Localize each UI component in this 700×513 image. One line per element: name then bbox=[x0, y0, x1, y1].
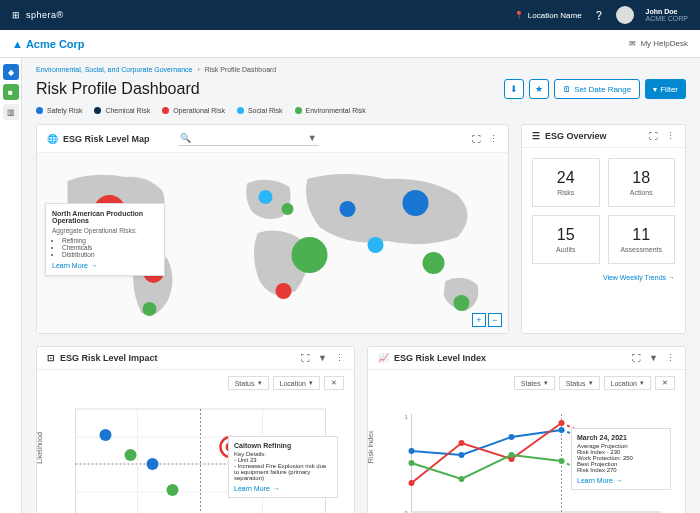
brand-logo: sphera® bbox=[26, 10, 64, 20]
index-popup: March 24, 2021 Average ProjectionRisk In… bbox=[571, 428, 671, 490]
legend-item: Social Risk bbox=[237, 107, 283, 114]
breadcrumb: Environmental, Social, and Corporate Gov… bbox=[36, 66, 686, 73]
sub-bar: ▲ Acme Corp ✉ My HelpDesk bbox=[0, 30, 700, 58]
page-title: Risk Profile Dashboard bbox=[36, 80, 200, 98]
funnel-icon: ▾ bbox=[653, 85, 657, 94]
pin-icon: 📍 bbox=[514, 11, 524, 20]
favorite-button[interactable]: ★ bbox=[529, 79, 549, 99]
map-search[interactable]: 🔍 ▼ bbox=[178, 131, 319, 146]
app-menu-icon[interactable]: ⊞ bbox=[12, 10, 20, 20]
impact-ylabel: Likelihood bbox=[36, 432, 43, 464]
index-states-filter[interactable]: States ▾ bbox=[514, 376, 555, 390]
svg-point-28 bbox=[559, 420, 565, 426]
list-icon: ☰ bbox=[532, 131, 540, 141]
impact-status-filter[interactable]: Status ▾ bbox=[228, 376, 269, 390]
mail-icon: ✉ bbox=[629, 39, 636, 48]
svg-point-11 bbox=[167, 484, 179, 496]
nav-item-3[interactable]: ▥ bbox=[3, 104, 19, 120]
map-dot-eu-env[interactable] bbox=[282, 203, 294, 215]
tenant-brand: ▲ Acme Corp bbox=[12, 38, 85, 50]
legend: Safety RiskChemical RiskOperational Risk… bbox=[36, 107, 686, 114]
scatter-icon: ⊡ bbox=[47, 353, 55, 363]
breadcrumb-current: Risk Profile Dashboard bbox=[205, 66, 277, 73]
search-filter-icon[interactable]: ▼ bbox=[308, 133, 317, 143]
svg-point-8 bbox=[100, 429, 112, 441]
line-chart-icon: 📈 bbox=[378, 353, 389, 363]
calendar-icon: 🗓 bbox=[563, 85, 571, 94]
location-picker[interactable]: 📍 Location Name bbox=[514, 11, 582, 20]
svg-point-26 bbox=[459, 440, 465, 446]
svg-point-9 bbox=[147, 458, 159, 470]
svg-point-31 bbox=[409, 460, 415, 466]
view-trends-link[interactable]: View Weekly Trends → bbox=[532, 274, 675, 281]
legend-item: Chemical Risk bbox=[94, 107, 150, 114]
svg-point-25 bbox=[409, 480, 415, 486]
map-dot-in-social[interactable] bbox=[368, 237, 384, 253]
svg-point-20 bbox=[459, 452, 465, 458]
index-location-filter[interactable]: Location ▾ bbox=[604, 376, 651, 390]
user-info[interactable]: John Doe ACME CORP bbox=[646, 8, 688, 22]
more-icon[interactable]: ⋮ bbox=[335, 353, 344, 363]
filter-button[interactable]: ▾ Filter bbox=[645, 79, 686, 99]
impact-card: ⊡ESG Risk Level Impact ⛶ ▼ ⋮ Status ▾ Lo… bbox=[36, 346, 355, 513]
zoom-out-button[interactable]: − bbox=[488, 313, 502, 327]
map-learn-more[interactable]: Learn More→ bbox=[52, 262, 158, 269]
legend-item: Safety Risk bbox=[36, 107, 82, 114]
index-status-filter[interactable]: Status ▾ bbox=[559, 376, 600, 390]
index-card: 📈ESG Risk Level Index ⛶ ▼ ⋮ States ▾ Sta… bbox=[367, 346, 686, 513]
expand-icon[interactable]: ⛶ bbox=[472, 134, 481, 144]
svg-point-34 bbox=[559, 458, 565, 464]
index-clear-filter[interactable]: ✕ bbox=[655, 376, 675, 390]
impact-popup: Caltown Refining Key Details: - Unit 23-… bbox=[228, 436, 338, 498]
impact-clear-filter[interactable]: ✕ bbox=[324, 376, 344, 390]
expand-icon[interactable]: ⛶ bbox=[649, 131, 658, 141]
svg-point-22 bbox=[559, 427, 565, 433]
index-learn-more[interactable]: Learn More→ bbox=[577, 477, 665, 484]
stat-box[interactable]: 18Actions bbox=[608, 158, 676, 207]
date-range-button[interactable]: 🗓 Set Date Range bbox=[554, 79, 640, 99]
overview-card: ☰ESG Overview ⛶ ⋮ 24Risks18Actions15Audi… bbox=[521, 124, 686, 334]
map-popup: North American Production Operations Agg… bbox=[45, 203, 165, 276]
svg-point-10 bbox=[125, 449, 137, 461]
more-icon[interactable]: ⋮ bbox=[666, 353, 675, 363]
zoom-in-button[interactable]: + bbox=[472, 313, 486, 327]
globe-icon: 🌐 bbox=[47, 134, 58, 144]
helpdesk-link[interactable]: ✉ My HelpDesk bbox=[629, 39, 688, 48]
impact-location-filter[interactable]: Location ▾ bbox=[273, 376, 320, 390]
map-dot-af-env[interactable] bbox=[292, 237, 328, 273]
svg-point-19 bbox=[409, 448, 415, 454]
stat-box[interactable]: 15Audits bbox=[532, 215, 600, 264]
map-dot-me-safety[interactable] bbox=[340, 201, 356, 217]
map-dot-sea-env[interactable] bbox=[423, 252, 445, 274]
help-icon[interactable]: ❔ bbox=[594, 11, 604, 20]
legend-item: Operational Risk bbox=[162, 107, 225, 114]
map-search-input[interactable] bbox=[191, 134, 308, 143]
impact-learn-more[interactable]: Learn More→ bbox=[234, 485, 332, 492]
funnel-icon[interactable]: ▼ bbox=[649, 353, 658, 363]
more-icon[interactable]: ⋮ bbox=[666, 131, 675, 141]
stat-box[interactable]: 11Assessments bbox=[608, 215, 676, 264]
nav-item-2[interactable]: ■ bbox=[3, 84, 19, 100]
svg-point-32 bbox=[459, 476, 465, 482]
funnel-icon[interactable]: ▼ bbox=[318, 353, 327, 363]
download-button[interactable]: ⬇ bbox=[504, 79, 524, 99]
avatar[interactable] bbox=[616, 6, 634, 24]
map-dot-cn-safety[interactable] bbox=[403, 190, 429, 216]
left-nav: ◆ ■ ▥ bbox=[0, 58, 22, 513]
stat-box[interactable]: 24Risks bbox=[532, 158, 600, 207]
map-dot-eu-social[interactable] bbox=[259, 190, 273, 204]
nav-item-1[interactable]: ◆ bbox=[3, 64, 19, 80]
map-dot-au-env[interactable] bbox=[454, 295, 470, 311]
legend-item: Environmental Risk bbox=[295, 107, 366, 114]
search-icon: 🔍 bbox=[180, 133, 191, 143]
more-icon[interactable]: ⋮ bbox=[489, 134, 498, 144]
map-dot-af-operational[interactable] bbox=[276, 283, 292, 299]
svg-text:1: 1 bbox=[405, 414, 409, 420]
expand-icon[interactable]: ⛶ bbox=[632, 353, 641, 363]
expand-icon[interactable]: ⛶ bbox=[301, 353, 310, 363]
map-dot-sa-env[interactable] bbox=[143, 302, 157, 316]
breadcrumb-root[interactable]: Environmental, Social, and Corporate Gov… bbox=[36, 66, 192, 73]
svg-point-33 bbox=[509, 452, 515, 458]
top-bar: ⊞ sphera® 📍 Location Name ❔ John Doe ACM… bbox=[0, 0, 700, 30]
tenant-logo-icon: ▲ bbox=[12, 38, 23, 50]
